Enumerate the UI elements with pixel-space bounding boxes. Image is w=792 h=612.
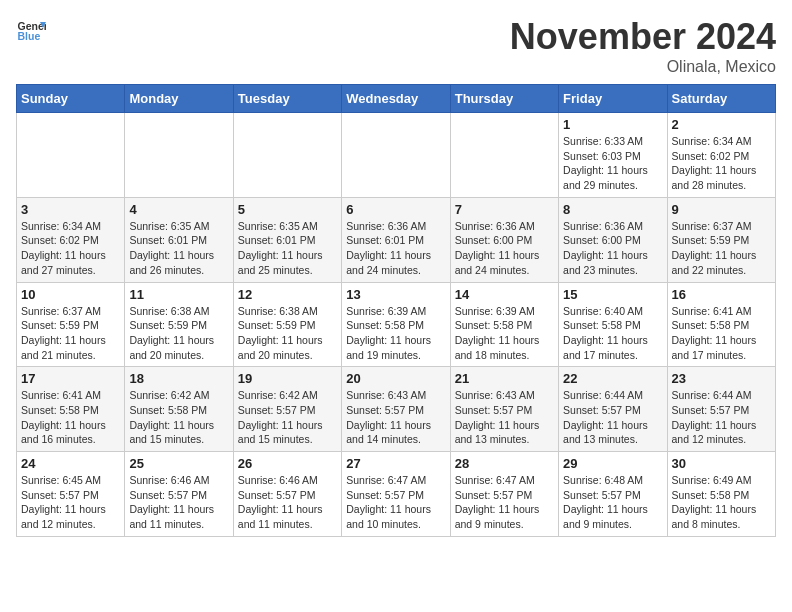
day-info: Sunrise: 6:36 AM Sunset: 6:00 PM Dayligh… — [455, 219, 554, 278]
day-info: Sunrise: 6:44 AM Sunset: 5:57 PM Dayligh… — [672, 388, 771, 447]
table-row: 5Sunrise: 6:35 AM Sunset: 6:01 PM Daylig… — [233, 197, 341, 282]
day-number: 15 — [563, 287, 662, 302]
day-number: 27 — [346, 456, 445, 471]
day-number: 25 — [129, 456, 228, 471]
day-number: 4 — [129, 202, 228, 217]
calendar-header-row: Sunday Monday Tuesday Wednesday Thursday… — [17, 85, 776, 113]
day-info: Sunrise: 6:43 AM Sunset: 5:57 PM Dayligh… — [346, 388, 445, 447]
day-number: 8 — [563, 202, 662, 217]
day-number: 29 — [563, 456, 662, 471]
day-number: 16 — [672, 287, 771, 302]
table-row: 18Sunrise: 6:42 AM Sunset: 5:58 PM Dayli… — [125, 367, 233, 452]
table-row: 19Sunrise: 6:42 AM Sunset: 5:57 PM Dayli… — [233, 367, 341, 452]
day-info: Sunrise: 6:42 AM Sunset: 5:58 PM Dayligh… — [129, 388, 228, 447]
table-row — [17, 113, 125, 198]
day-info: Sunrise: 6:36 AM Sunset: 6:01 PM Dayligh… — [346, 219, 445, 278]
day-number: 7 — [455, 202, 554, 217]
table-row: 2Sunrise: 6:34 AM Sunset: 6:02 PM Daylig… — [667, 113, 775, 198]
day-number: 20 — [346, 371, 445, 386]
table-row: 7Sunrise: 6:36 AM Sunset: 6:00 PM Daylig… — [450, 197, 558, 282]
header-wednesday: Wednesday — [342, 85, 450, 113]
table-row: 25Sunrise: 6:46 AM Sunset: 5:57 PM Dayli… — [125, 452, 233, 537]
header-sunday: Sunday — [17, 85, 125, 113]
day-number: 28 — [455, 456, 554, 471]
logo: General Blue — [16, 16, 46, 46]
day-info: Sunrise: 6:34 AM Sunset: 6:02 PM Dayligh… — [672, 134, 771, 193]
day-info: Sunrise: 6:35 AM Sunset: 6:01 PM Dayligh… — [238, 219, 337, 278]
page-header: General Blue November 2024 Olinala, Mexi… — [16, 16, 776, 76]
table-row: 3Sunrise: 6:34 AM Sunset: 6:02 PM Daylig… — [17, 197, 125, 282]
table-row: 15Sunrise: 6:40 AM Sunset: 5:58 PM Dayli… — [559, 282, 667, 367]
day-number: 18 — [129, 371, 228, 386]
day-number: 17 — [21, 371, 120, 386]
table-row: 28Sunrise: 6:47 AM Sunset: 5:57 PM Dayli… — [450, 452, 558, 537]
table-row: 9Sunrise: 6:37 AM Sunset: 5:59 PM Daylig… — [667, 197, 775, 282]
table-row: 16Sunrise: 6:41 AM Sunset: 5:58 PM Dayli… — [667, 282, 775, 367]
header-thursday: Thursday — [450, 85, 558, 113]
day-info: Sunrise: 6:37 AM Sunset: 5:59 PM Dayligh… — [21, 304, 120, 363]
header-friday: Friday — [559, 85, 667, 113]
header-monday: Monday — [125, 85, 233, 113]
day-info: Sunrise: 6:38 AM Sunset: 5:59 PM Dayligh… — [238, 304, 337, 363]
day-number: 21 — [455, 371, 554, 386]
calendar-week-row: 17Sunrise: 6:41 AM Sunset: 5:58 PM Dayli… — [17, 367, 776, 452]
month-title: November 2024 — [510, 16, 776, 58]
calendar-week-row: 3Sunrise: 6:34 AM Sunset: 6:02 PM Daylig… — [17, 197, 776, 282]
logo-icon: General Blue — [16, 16, 46, 46]
day-info: Sunrise: 6:43 AM Sunset: 5:57 PM Dayligh… — [455, 388, 554, 447]
table-row: 21Sunrise: 6:43 AM Sunset: 5:57 PM Dayli… — [450, 367, 558, 452]
table-row: 29Sunrise: 6:48 AM Sunset: 5:57 PM Dayli… — [559, 452, 667, 537]
table-row: 4Sunrise: 6:35 AM Sunset: 6:01 PM Daylig… — [125, 197, 233, 282]
day-number: 3 — [21, 202, 120, 217]
day-number: 2 — [672, 117, 771, 132]
day-info: Sunrise: 6:46 AM Sunset: 5:57 PM Dayligh… — [129, 473, 228, 532]
day-info: Sunrise: 6:34 AM Sunset: 6:02 PM Dayligh… — [21, 219, 120, 278]
day-info: Sunrise: 6:40 AM Sunset: 5:58 PM Dayligh… — [563, 304, 662, 363]
table-row: 12Sunrise: 6:38 AM Sunset: 5:59 PM Dayli… — [233, 282, 341, 367]
table-row: 23Sunrise: 6:44 AM Sunset: 5:57 PM Dayli… — [667, 367, 775, 452]
day-info: Sunrise: 6:37 AM Sunset: 5:59 PM Dayligh… — [672, 219, 771, 278]
header-tuesday: Tuesday — [233, 85, 341, 113]
table-row: 10Sunrise: 6:37 AM Sunset: 5:59 PM Dayli… — [17, 282, 125, 367]
table-row — [125, 113, 233, 198]
location-subtitle: Olinala, Mexico — [510, 58, 776, 76]
header-saturday: Saturday — [667, 85, 775, 113]
table-row: 8Sunrise: 6:36 AM Sunset: 6:00 PM Daylig… — [559, 197, 667, 282]
table-row: 11Sunrise: 6:38 AM Sunset: 5:59 PM Dayli… — [125, 282, 233, 367]
calendar-week-row: 10Sunrise: 6:37 AM Sunset: 5:59 PM Dayli… — [17, 282, 776, 367]
table-row: 26Sunrise: 6:46 AM Sunset: 5:57 PM Dayli… — [233, 452, 341, 537]
calendar-table: Sunday Monday Tuesday Wednesday Thursday… — [16, 84, 776, 537]
day-info: Sunrise: 6:36 AM Sunset: 6:00 PM Dayligh… — [563, 219, 662, 278]
day-info: Sunrise: 6:41 AM Sunset: 5:58 PM Dayligh… — [672, 304, 771, 363]
day-number: 10 — [21, 287, 120, 302]
day-number: 30 — [672, 456, 771, 471]
table-row — [342, 113, 450, 198]
day-number: 24 — [21, 456, 120, 471]
day-number: 6 — [346, 202, 445, 217]
svg-text:Blue: Blue — [18, 30, 41, 42]
table-row — [233, 113, 341, 198]
table-row: 20Sunrise: 6:43 AM Sunset: 5:57 PM Dayli… — [342, 367, 450, 452]
day-info: Sunrise: 6:47 AM Sunset: 5:57 PM Dayligh… — [346, 473, 445, 532]
table-row: 13Sunrise: 6:39 AM Sunset: 5:58 PM Dayli… — [342, 282, 450, 367]
day-info: Sunrise: 6:39 AM Sunset: 5:58 PM Dayligh… — [455, 304, 554, 363]
day-info: Sunrise: 6:46 AM Sunset: 5:57 PM Dayligh… — [238, 473, 337, 532]
day-info: Sunrise: 6:45 AM Sunset: 5:57 PM Dayligh… — [21, 473, 120, 532]
table-row: 27Sunrise: 6:47 AM Sunset: 5:57 PM Dayli… — [342, 452, 450, 537]
table-row — [450, 113, 558, 198]
day-info: Sunrise: 6:47 AM Sunset: 5:57 PM Dayligh… — [455, 473, 554, 532]
day-info: Sunrise: 6:41 AM Sunset: 5:58 PM Dayligh… — [21, 388, 120, 447]
day-number: 26 — [238, 456, 337, 471]
table-row: 1Sunrise: 6:33 AM Sunset: 6:03 PM Daylig… — [559, 113, 667, 198]
title-block: November 2024 Olinala, Mexico — [510, 16, 776, 76]
day-info: Sunrise: 6:35 AM Sunset: 6:01 PM Dayligh… — [129, 219, 228, 278]
table-row: 30Sunrise: 6:49 AM Sunset: 5:58 PM Dayli… — [667, 452, 775, 537]
table-row: 17Sunrise: 6:41 AM Sunset: 5:58 PM Dayli… — [17, 367, 125, 452]
day-info: Sunrise: 6:44 AM Sunset: 5:57 PM Dayligh… — [563, 388, 662, 447]
calendar-week-row: 1Sunrise: 6:33 AM Sunset: 6:03 PM Daylig… — [17, 113, 776, 198]
day-number: 19 — [238, 371, 337, 386]
table-row: 6Sunrise: 6:36 AM Sunset: 6:01 PM Daylig… — [342, 197, 450, 282]
calendar-week-row: 24Sunrise: 6:45 AM Sunset: 5:57 PM Dayli… — [17, 452, 776, 537]
day-number: 22 — [563, 371, 662, 386]
day-number: 5 — [238, 202, 337, 217]
